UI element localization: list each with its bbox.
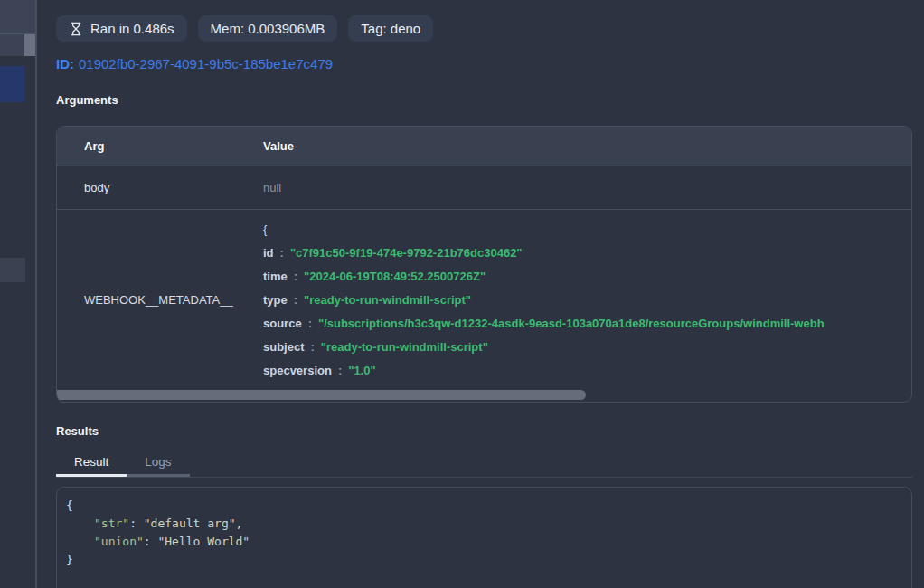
table-row-webhook-metadata: WEBHOOK__METADATA__ { id:"c7f91c50-9f19-… xyxy=(57,210,911,389)
column-header-arg: Arg xyxy=(57,139,236,153)
sidebar-item-partial[interactable] xyxy=(0,34,24,56)
json-field-specversion: specversion:"1.0" xyxy=(263,359,911,383)
arg-name: WEBHOOK__METADATA__ xyxy=(57,210,236,389)
result-close-brace: } xyxy=(66,551,902,569)
results-title: Results xyxy=(56,424,912,438)
result-json-viewer: { "str": "default arg", "union": "Hello … xyxy=(56,487,912,588)
json-field-time: time:"2024-06-19T08:49:52.2500726Z" xyxy=(263,265,911,289)
run-stats-row: Ran in 0.486s Mem: 0.003906MB Tag: deno xyxy=(56,15,912,42)
tab-logs[interactable]: Logs xyxy=(127,450,189,477)
json-field-source: source:"/subscriptions/h3c3qw-d1232-4asd… xyxy=(263,312,911,336)
sidebar-item-partial-2[interactable] xyxy=(0,258,25,282)
result-open-brace: { xyxy=(66,497,902,515)
sidebar-scrollbar-thumb[interactable] xyxy=(24,34,35,56)
webhook-metadata-json: { id:"c7f91c50-9f19-474e-9792-21b76dc304… xyxy=(236,210,911,389)
json-field-id: id:"c7f91c50-9f19-474e-9792-21b76dc30462… xyxy=(263,242,911,265)
run-id-label: ID: xyxy=(56,56,74,71)
result-entry-union: "union": "Hello World" xyxy=(66,533,902,551)
run-id-link[interactable]: 01902fb0-2967-4091-9b5c-185be1e7c479 xyxy=(79,56,333,71)
column-header-value: Value xyxy=(236,139,911,153)
horizontal-scrollbar-thumb[interactable] xyxy=(57,390,586,400)
sidebar-item-partial-top[interactable] xyxy=(0,0,35,34)
arguments-title: Arguments xyxy=(56,93,912,107)
arg-name: body xyxy=(57,181,236,194)
tag-badge: Tag: deno xyxy=(348,15,433,42)
memory-badge-label: Mem: 0.003906MB xyxy=(211,21,325,36)
run-id-row: ID:01902fb0-2967-4091-9b5c-185be1e7c479 xyxy=(56,56,912,71)
table-row-body: body null xyxy=(57,166,911,210)
arguments-table-header: Arg Value xyxy=(57,127,911,166)
runtime-badge: Ran in 0.486s xyxy=(56,15,187,42)
runtime-badge-label: Ran in 0.486s xyxy=(90,21,174,36)
horizontal-scrollbar xyxy=(57,389,911,402)
arguments-table: Arg Value body null WEBHOOK__METADATA__ … xyxy=(56,126,912,403)
arg-value-null: null xyxy=(236,181,911,194)
json-open-brace: { xyxy=(263,223,267,236)
sidebar-panel xyxy=(0,0,37,588)
results-tabs: Result Logs xyxy=(56,450,912,478)
json-field-type: type:"ready-to-run-windmill-script" xyxy=(263,289,911,312)
result-entry-str: "str": "default arg", xyxy=(66,515,902,533)
sidebar-item-selected[interactable] xyxy=(0,66,24,102)
tag-badge-label: Tag: deno xyxy=(361,21,420,36)
tab-result[interactable]: Result xyxy=(56,450,127,477)
json-field-subject: subject:"ready-to-run-windmill-script" xyxy=(263,336,911,359)
run-detail-panel: Ran in 0.486s Mem: 0.003906MB Tag: deno … xyxy=(38,0,924,588)
memory-badge: Mem: 0.003906MB xyxy=(198,15,338,42)
hourglass-icon xyxy=(69,22,83,36)
